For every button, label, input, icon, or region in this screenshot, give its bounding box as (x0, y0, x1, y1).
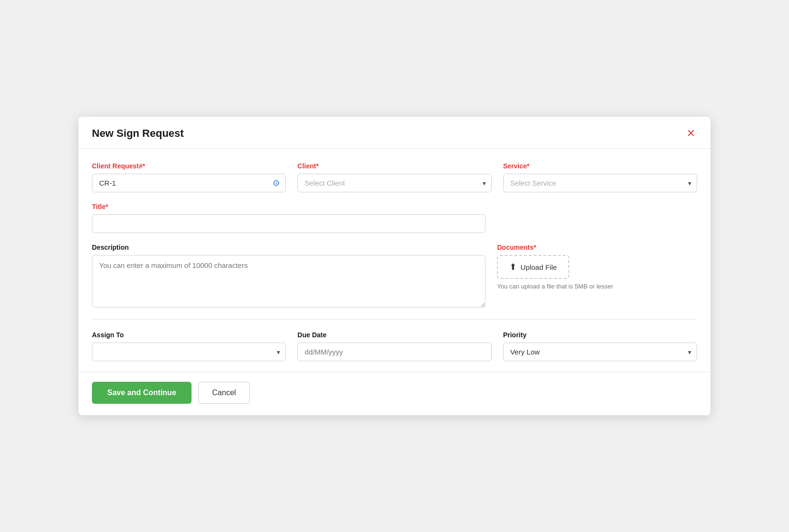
client-label: Client* (297, 162, 491, 170)
priority-select[interactable]: Very Low Low Medium High Critical (503, 343, 697, 361)
modal-body: Client Request#* ⚙ Client* Select Client… (79, 149, 710, 361)
assign-to-select[interactable] (92, 343, 286, 361)
title-group: Title* (92, 203, 485, 233)
client-select[interactable]: Select Client (297, 174, 491, 192)
modal-title: New Sign Request (92, 127, 184, 140)
upload-file-button[interactable]: ⬆ Upload File (497, 255, 569, 279)
assign-to-select-wrapper: ▾ (92, 343, 286, 361)
title-input[interactable] (92, 214, 485, 233)
client-select-wrapper: Select Client ▾ (297, 174, 491, 192)
description-group: Description (92, 244, 485, 308)
modal-header: New Sign Request ✕ (79, 117, 710, 149)
client-group: Client* Select Client ▾ (297, 162, 491, 192)
upload-hint: You can upload a file that is 5MB or les… (497, 283, 697, 290)
priority-label: Priority (503, 331, 697, 339)
assign-to-label: Assign To (92, 331, 286, 339)
form-row-assign: Assign To ▾ Due Date Priority Very L (92, 331, 697, 361)
title-label: Title* (92, 203, 485, 211)
close-button[interactable]: ✕ (685, 126, 697, 141)
form-row-1: Client Request#* ⚙ Client* Select Client… (92, 162, 697, 192)
upload-icon: ⬆ (509, 262, 517, 272)
service-group: Service* Select Service ▾ (503, 162, 697, 192)
client-request-label: Client Request#* (92, 162, 286, 170)
section-divider (92, 319, 697, 320)
due-date-group: Due Date (297, 331, 491, 361)
description-textarea[interactable] (92, 255, 485, 308)
client-request-input[interactable] (92, 174, 286, 192)
documents-label: Documents* (497, 244, 697, 251)
documents-section: ⬆ Upload File You can upload a file that… (497, 255, 697, 290)
due-date-input[interactable] (297, 343, 491, 361)
cancel-button[interactable]: Cancel (198, 382, 250, 404)
due-date-label: Due Date (297, 331, 491, 339)
priority-select-wrapper: Very Low Low Medium High Critical ▾ (503, 343, 697, 361)
modal-footer: Save and Continue Cancel (79, 372, 710, 415)
assign-to-group: Assign To ▾ (92, 331, 286, 361)
client-request-input-wrapper: ⚙ (92, 174, 286, 192)
service-label: Service* (503, 162, 697, 170)
priority-group: Priority Very Low Low Medium High Critic… (503, 331, 697, 361)
form-row-desc-docs: Description Documents* ⬆ Upload File You… (92, 244, 697, 308)
description-label: Description (92, 244, 485, 251)
new-sign-request-modal: New Sign Request ✕ Client Request#* ⚙ Cl… (79, 117, 710, 415)
client-request-group: Client Request#* ⚙ (92, 162, 286, 192)
form-row-title: Title* (92, 203, 697, 233)
save-and-continue-button[interactable]: Save and Continue (92, 382, 192, 404)
documents-group: Documents* ⬆ Upload File You can upload … (497, 244, 697, 290)
service-select[interactable]: Select Service (503, 174, 697, 192)
service-select-wrapper: Select Service ▾ (503, 174, 697, 192)
upload-btn-label: Upload File (520, 263, 557, 271)
